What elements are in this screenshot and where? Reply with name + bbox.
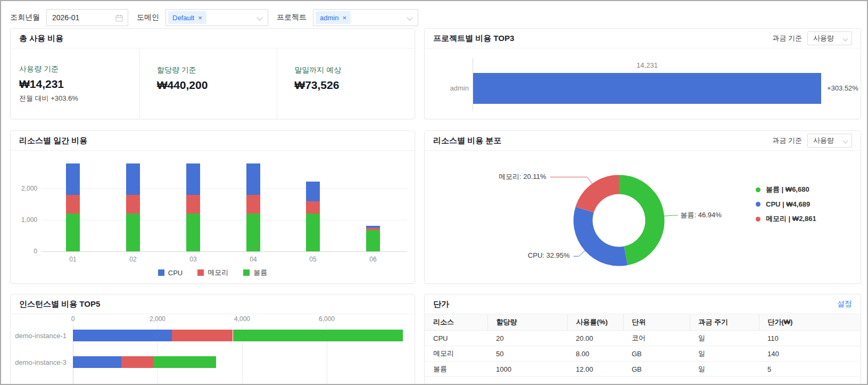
donut-slice-메모리 xyxy=(585,185,619,210)
stat-subtext xyxy=(294,95,415,103)
bar-segment-CPU xyxy=(73,356,121,368)
bar-segment-볼륨 xyxy=(246,214,260,251)
unit-price-table-head: 리소스할당량사용률(%)단위과금 주기단가(₩) xyxy=(425,314,861,331)
instance-top5-chart: 02,0004,0006,000demo-instance-1demo-inst… xyxy=(11,314,415,385)
x-axis-tick-label: 05 xyxy=(300,256,326,263)
table-cell: CPU xyxy=(425,331,487,346)
bar-segment-CPU xyxy=(306,182,320,201)
domain-select[interactable]: Default × xyxy=(166,9,268,26)
table-cell: 140 xyxy=(759,346,861,362)
x-axis-tick-label: 03 xyxy=(180,256,206,263)
settings-link[interactable]: 설정 xyxy=(837,299,852,309)
project-tag-text: admin xyxy=(320,14,338,22)
card-title: 총 사용 비용 xyxy=(19,34,63,44)
gridline-y xyxy=(42,189,407,189)
dashboard-row-3: 인스턴스별 비용 TOP5 02,0004,0006,000demo-insta… xyxy=(10,294,867,385)
donut-slice-CPU xyxy=(583,210,626,257)
table-cell: 메모리 xyxy=(425,346,487,362)
table-cell: 12.00 xyxy=(567,362,623,377)
chart-legend: CPU메모리볼륨 xyxy=(11,268,415,277)
unit-price-table: 리소스할당량사용률(%)단위과금 주기단가(₩) CPU2020.00코어일11… xyxy=(425,314,861,377)
legend-swatch xyxy=(243,269,250,276)
x-axis-tick-label: 06 xyxy=(360,256,386,263)
legend-item-볼륨[interactable]: 볼륨 | ₩6,680 xyxy=(756,185,816,194)
gridline-y xyxy=(42,251,407,252)
donut-slice-label: CPU: 32.95% xyxy=(528,251,570,259)
billing-basis-value: 사용량 xyxy=(813,34,834,43)
stat-value: ₩440,200 xyxy=(157,79,277,92)
instance-top5-card-header: 인스턴스별 비용 TOP5 xyxy=(11,294,415,314)
y-axis-tick-label: 1,000 xyxy=(11,216,37,224)
chevron-down-icon xyxy=(257,14,262,20)
unit-price-card-header: 단가 설정 xyxy=(425,294,861,314)
bar-segment-메모리 xyxy=(186,195,200,214)
bar-annotation: +303.52% xyxy=(827,84,858,92)
chevron-down-icon xyxy=(843,138,848,144)
bar-segment-메모리 xyxy=(66,195,80,214)
legend-swatch xyxy=(197,269,204,276)
bar-segment-CPU xyxy=(66,163,80,195)
daily-cost-chart: 01,0002,000010203040506CPU메모리볼륨 xyxy=(11,151,415,284)
stat-subtext xyxy=(157,95,277,103)
legend-item-CPU[interactable]: CPU | ₩4,689 xyxy=(756,200,816,208)
month-picker-input[interactable]: 2026-01 xyxy=(46,9,128,26)
billing-basis-select[interactable]: 사용량 xyxy=(807,134,852,148)
table-cell: GB xyxy=(623,346,690,362)
category-label: demo-instance-1 xyxy=(11,332,67,340)
chevron-down-icon xyxy=(407,14,412,20)
legend-item-메모리[interactable]: 메모리 | ₩2,861 xyxy=(756,214,816,224)
cost-dashboard-page: 조회년월 2026-01 도메인 Default × 프로젝트 admin × xyxy=(0,0,868,385)
cost-distribution-card: 리소스별 비용 분포 과금 기준 사용량 볼륨: 46.94%CPU: 32.9… xyxy=(424,130,861,284)
domain-tag-text: Default xyxy=(172,14,194,22)
dashboard-row-2: 리소스별 일간 비용 01,0002,000010203040506CPU메모리… xyxy=(10,130,867,284)
table-cell: 볼륨 xyxy=(425,362,487,377)
calendar-icon xyxy=(115,14,123,22)
x-axis-tick-label: 4,000 xyxy=(226,315,258,323)
billing-basis-select[interactable]: 사용량 xyxy=(807,31,852,45)
card-title: 리소스별 일간 비용 xyxy=(19,136,87,146)
stat-month-end-forecast: 말일까지 예상 ₩73,526 xyxy=(277,48,415,119)
x-axis-tick-label: 0 xyxy=(57,315,89,323)
bar-segment-CPU xyxy=(73,330,172,341)
stat-value: ₩73,526 xyxy=(294,79,415,92)
project-tag-close-icon[interactable]: × xyxy=(342,14,346,21)
instance-top5-card: 인스턴스별 비용 TOP5 02,0004,0006,000demo-insta… xyxy=(10,294,415,385)
y-axis-tick-label: 0 xyxy=(11,248,37,255)
bar-segment-메모리 xyxy=(172,330,233,341)
table-cell: 20 xyxy=(487,331,567,346)
table-cell: 50 xyxy=(487,346,567,362)
project-top3-card: 프로젝트별 비용 TOP3 과금 기준 사용량 14,231admin+303.… xyxy=(424,28,861,119)
table-cell: 코어 xyxy=(623,331,690,346)
legend-dot xyxy=(756,202,760,207)
bar-segment-CPU xyxy=(126,163,140,195)
chevron-down-icon xyxy=(843,36,848,42)
cost-distribution-chart: 볼륨: 46.94%CPU: 32.95%메모리: 20.11%볼륨 | ₩6,… xyxy=(425,151,861,284)
domain-filter-label: 도메인 xyxy=(137,13,159,22)
filter-bar: 조회년월 2026-01 도메인 Default × 프로젝트 admin × xyxy=(1,1,867,26)
unit-price-table-container: 리소스할당량사용률(%)단위과금 주기단가(₩) CPU2020.00코어일11… xyxy=(425,314,861,385)
table-row: CPU2020.00코어일110 xyxy=(425,331,861,346)
domain-tag-close-icon[interactable]: × xyxy=(198,14,202,21)
column-header: 단가(₩) xyxy=(759,314,861,331)
unit-price-table-body: CPU2020.00코어일110메모리508.00GB일140볼륨100012.… xyxy=(425,331,861,377)
total-cost-stats: 사용량 기준 ₩14,231 전월 대비 +303.6% 할당량 기준 ₩440… xyxy=(11,48,415,119)
billing-basis-control: 과금 기준 사용량 xyxy=(772,134,852,148)
legend-item-메모리[interactable]: 메모리 xyxy=(197,268,228,277)
stat-label: 할당량 기준 xyxy=(157,65,277,75)
legend-item-볼륨[interactable]: 볼륨 xyxy=(243,268,267,277)
stat-subtext: 전월 대비 +303.6% xyxy=(19,94,139,103)
total-cost-card-header: 총 사용 비용 xyxy=(11,29,415,48)
bar-segment-메모리 xyxy=(121,356,153,368)
legend-item-CPU[interactable]: CPU xyxy=(158,268,183,277)
bar-segment-볼륨 xyxy=(153,356,216,368)
project-top3-card-header: 프로젝트별 비용 TOP3 과금 기준 사용량 xyxy=(425,29,861,48)
donut-leader-line xyxy=(550,177,593,185)
bar-segment-메모리 xyxy=(126,195,140,214)
project-select[interactable]: admin × xyxy=(313,9,418,26)
card-title: 인스턴스별 비용 TOP5 xyxy=(19,299,100,309)
x-axis-tick-label: 01 xyxy=(60,256,86,263)
table-cell: 1000 xyxy=(487,362,567,377)
billing-basis-label: 과금 기준 xyxy=(772,34,802,43)
bar-segment-볼륨 xyxy=(186,214,200,251)
bar-segment-CPU xyxy=(246,163,260,195)
